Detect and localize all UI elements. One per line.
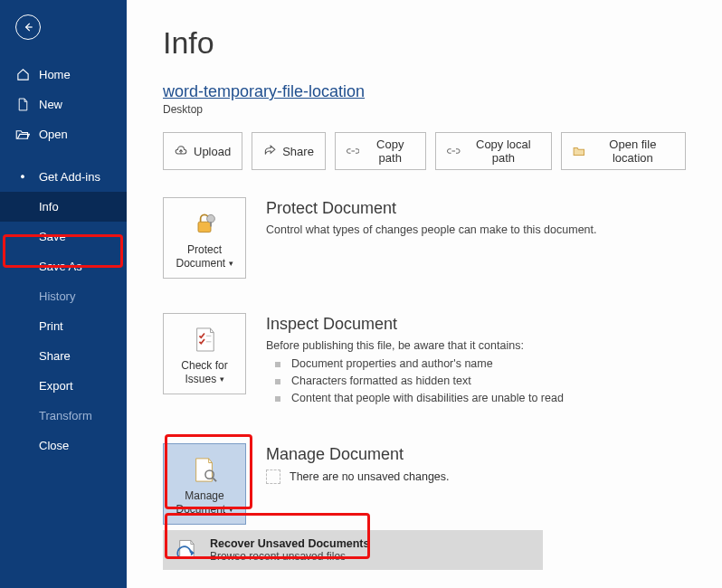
file-location-label: Desktop (163, 103, 686, 116)
manage-desc: There are no unsaved changes. (290, 470, 450, 483)
inspect-title: Inspect Document (266, 315, 686, 334)
sidebar-item-share[interactable]: Share (0, 341, 127, 371)
share-icon (263, 145, 276, 157)
sidebar-item-transform: Transform (0, 401, 127, 431)
open-file-location-button[interactable]: Open file location (561, 132, 686, 170)
folder-open-icon (15, 128, 30, 141)
button-label: Open file location (592, 138, 674, 165)
sidebar-item-close[interactable]: Close (0, 431, 127, 460)
svg-rect-4 (210, 222, 212, 226)
protect-document-section: ProtectDocument ▾ Protect Document Contr… (163, 197, 686, 279)
protect-desc: Control what types of changes people can… (266, 223, 686, 236)
button-label: Copy local path (467, 138, 540, 165)
sidebar-item-label: Save As (39, 260, 82, 273)
inspect-item: Characters formatted as hidden text (266, 375, 686, 387)
chevron-down-icon: ▾ (229, 259, 233, 268)
folder-icon (573, 146, 585, 157)
sidebar-item-label: Share (39, 349, 71, 363)
page-title: Info (163, 25, 686, 61)
protect-document-button[interactable]: ProtectDocument ▾ (163, 197, 246, 279)
backstage-sidebar: Home New Open ● Get Add-ins Info Save (0, 0, 127, 588)
sidebar-item-history: History (0, 281, 127, 311)
sidebar-item-home[interactable]: Home (0, 60, 127, 90)
svg-point-3 (207, 214, 215, 223)
sidebar-item-export[interactable]: Export (0, 371, 127, 401)
sidebar-item-new[interactable]: New (0, 90, 127, 119)
sidebar-item-label: New (39, 98, 62, 111)
home-icon (15, 68, 30, 81)
check-for-issues-button[interactable]: Check forIssues ▾ (163, 313, 246, 394)
sidebar-item-label: Home (39, 68, 71, 81)
lock-icon (167, 209, 242, 238)
upload-button[interactable]: Upload (163, 132, 242, 170)
copy-local-path-button[interactable]: Copy local path (435, 132, 552, 170)
document-icon (15, 98, 30, 111)
sidebar-item-label: Close (39, 439, 69, 452)
recover-icon (174, 537, 199, 563)
document-search-icon (167, 455, 242, 484)
file-title-link[interactable]: word-temporary-file-location (163, 82, 686, 101)
sidebar-item-label: Save (39, 230, 66, 243)
button-label: Upload (194, 145, 231, 158)
sidebar-item-label: Open (39, 128, 68, 141)
inspect-desc: Before publishing this file, be aware th… (266, 339, 686, 352)
back-button[interactable] (15, 14, 41, 40)
bullet-icon: ● (15, 173, 30, 181)
sidebar-item-label: Get Add-ins (39, 170, 100, 184)
copy-path-button[interactable]: Copy path (335, 132, 426, 170)
backstage-main: Info word-temporary-file-location Deskto… (127, 0, 722, 588)
sidebar-item-label: Info (39, 200, 59, 213)
button-label: Copy path (366, 138, 414, 165)
inspect-item: Document properties and author's name (266, 357, 686, 370)
recover-title: Recover Unsaved Documents (210, 537, 369, 550)
svg-rect-2 (198, 222, 211, 232)
link-icon (347, 146, 360, 156)
manage-title: Manage Document (266, 445, 686, 464)
share-button[interactable]: Share (252, 132, 326, 170)
inspect-document-section: Check forIssues ▾ Inspect Document Befor… (163, 313, 686, 409)
sidebar-item-addins[interactable]: ● Get Add-ins (0, 162, 127, 192)
sidebar-item-open[interactable]: Open (0, 119, 127, 149)
sidebar-item-label: Transform (39, 409, 92, 422)
sidebar-item-print[interactable]: Print (0, 311, 127, 341)
manage-document-section: ManageDocument ▾ Manage Document There a… (163, 443, 686, 525)
svg-line-8 (213, 478, 216, 481)
arrow-left-icon (22, 21, 34, 33)
upload-icon (175, 145, 187, 157)
sidebar-item-save[interactable]: Save (0, 222, 127, 251)
recover-unsaved-documents-item[interactable]: Recover Unsaved Documents Browse recent … (163, 530, 543, 570)
chevron-down-icon: ▾ (220, 375, 224, 384)
recover-subtitle: Browse recent unsaved files (210, 550, 369, 563)
manage-document-button[interactable]: ManageDocument ▾ (163, 443, 246, 525)
chevron-down-icon: ▾ (229, 505, 233, 514)
action-button-row: Upload Share Copy path Copy local path (163, 132, 686, 170)
sidebar-item-label: Print (39, 319, 63, 333)
button-label: Share (282, 145, 314, 158)
sidebar-item-info[interactable]: Info (0, 192, 127, 222)
sidebar-item-label: History (39, 289, 75, 303)
checklist-icon (167, 325, 242, 354)
link-icon (447, 146, 461, 156)
inspect-items-list: Document properties and author's name Ch… (266, 357, 686, 404)
sidebar-item-save-as[interactable]: Save As (0, 251, 127, 281)
inspect-item: Content that people with disabilities ar… (266, 392, 686, 404)
protect-title: Protect Document (266, 199, 686, 218)
empty-document-icon (266, 469, 280, 484)
sidebar-item-label: Export (39, 379, 73, 393)
